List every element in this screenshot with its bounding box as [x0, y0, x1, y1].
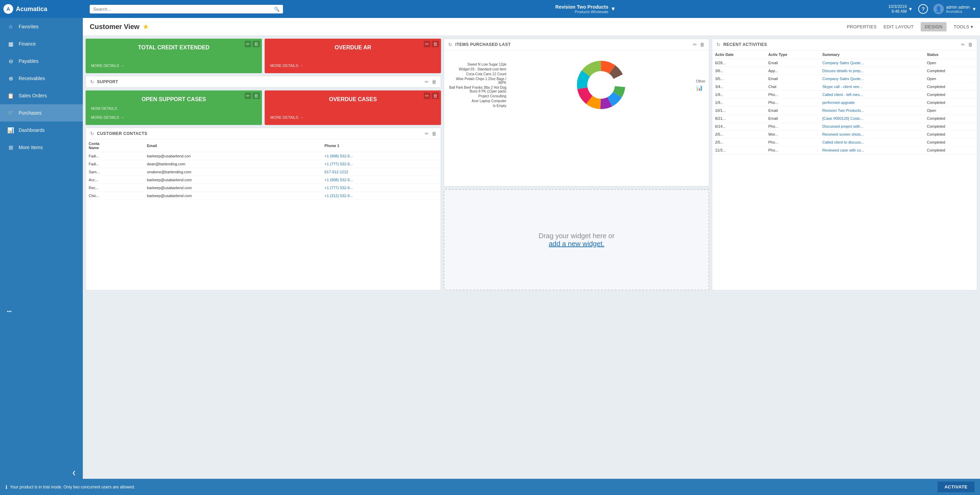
open-support-delete-btn[interactable]: 🗑	[253, 92, 260, 99]
activity-date: 3/5...	[712, 75, 765, 83]
overdue-cases-delete-btn[interactable]: 🗑	[432, 92, 439, 99]
overdue-ar-edit-btn[interactable]: ✏	[424, 41, 430, 47]
activity-summary[interactable]: [Case #000120] Custo...	[819, 115, 924, 123]
support-header-left: ↻ SUPPORT	[90, 79, 118, 84]
chart-edit-btn[interactable]: ✏	[693, 42, 697, 47]
activity-summary-link[interactable]: Company Sales Quote...	[822, 76, 864, 81]
overdue-ar-card[interactable]: ✏ 🗑 OVERDUE AR MORE DETAILS →	[265, 39, 441, 73]
overdue-ar-title: OVERDUE AR	[270, 44, 436, 51]
company-selector[interactable]: Revision Two Products Products Wholesale…	[286, 4, 885, 14]
activity-summary[interactable]: Company Sales Quote...	[819, 59, 924, 67]
activity-summary-link[interactable]: [Case #000120] Custo...	[822, 116, 863, 121]
user-dropdown-icon[interactable]: ▼	[972, 6, 977, 12]
activity-summary-link[interactable]: Revision Two Products...	[822, 108, 864, 113]
contact-phone-link[interactable]: +1 (777) 532-9...	[325, 162, 353, 166]
contact-phone-link[interactable]: 617-512-1212	[325, 170, 348, 174]
overdue-cases-card[interactable]: ✏ 🗑 OVERDUE CASES MORE DETAILS →	[265, 91, 441, 125]
contacts-refresh-icon[interactable]: ↻	[90, 131, 94, 136]
activity-summary-link[interactable]: Discussed project with...	[822, 124, 863, 128]
search-input[interactable]	[93, 6, 272, 12]
activity-summary[interactable]: Revision Two Products...	[819, 107, 924, 115]
refresh-icon[interactable]: ↻	[90, 79, 94, 84]
support-edit-btn[interactable]: ✏	[425, 79, 429, 84]
activity-summary[interactable]: Reviewed case with cu...	[819, 146, 924, 154]
contact-phone: 617-512-1212	[322, 168, 441, 176]
activity-summary[interactable]: Called client to discuss...	[819, 138, 924, 146]
help-button[interactable]: ?	[918, 4, 928, 14]
sidebar-item-finance[interactable]: ▦ Finance	[0, 35, 83, 53]
col-summary: Summary	[819, 50, 924, 59]
sidebar-item-favorites[interactable]: ☆ Favorites	[0, 18, 83, 35]
contact-email: barkeep@usabartend.com	[144, 192, 322, 200]
chart-delete-btn[interactable]: 🗑	[700, 42, 705, 47]
activity-summary-link[interactable]: Called client to discuss...	[822, 140, 864, 144]
activate-button[interactable]: ACTIVATE	[937, 482, 974, 492]
dashboards-icon: 📊	[7, 126, 14, 134]
favorite-star[interactable]: ★	[143, 23, 148, 31]
open-support-edit-btn[interactable]: ✏	[245, 92, 251, 99]
overdue-ar-delete-btn[interactable]: 🗑	[432, 41, 439, 47]
contact-phone-link[interactable]: +1 (777) 532-9...	[325, 186, 353, 190]
sidebar-item-receivables[interactable]: ⊕ Receivables	[0, 70, 83, 87]
activities-refresh-icon[interactable]: ↻	[716, 42, 721, 47]
receivables-icon: ⊕	[7, 75, 14, 82]
contacts-edit-btn[interactable]: ✏	[425, 131, 429, 136]
search-icon[interactable]: 🔍	[274, 6, 280, 12]
activity-summary[interactable]: Skype call - client nee...	[819, 83, 924, 91]
activity-summary-link[interactable]: performed upgrade	[822, 100, 855, 105]
activity-summary-link[interactable]: Reviewed case with cu...	[822, 148, 864, 152]
activity-summary[interactable]: Company Sales Quote...	[819, 75, 924, 83]
contacts-table: ContaName Email Phone 1 Fadi...barkeep@u…	[86, 140, 441, 200]
chart-header: ↻ ITEMS PURCHASED LAST ✏ 🗑	[444, 39, 709, 50]
activities-delete-btn[interactable]: 🗑	[968, 42, 973, 47]
total-credit-delete-btn[interactable]: 🗑	[253, 41, 260, 47]
properties-button[interactable]: PROPERTIES	[847, 24, 877, 29]
activity-summary[interactable]: Discuss details to prep...	[819, 67, 924, 75]
overdue-cases-more[interactable]: MORE DETAILS →	[270, 115, 436, 119]
datetime-dropdown-icon[interactable]: ▼	[908, 6, 913, 12]
activities-edit-btn[interactable]: ✏	[961, 42, 965, 47]
edit-layout-button[interactable]: EDIT LAYOUT	[883, 24, 913, 29]
overdue-ar-more[interactable]: MORE DETAILS →	[270, 64, 436, 68]
activity-summary[interactable]: performed upgrade	[819, 99, 924, 107]
sidebar-item-sales-orders[interactable]: 📋 Sales Orders	[0, 87, 83, 104]
add-widget-link[interactable]: add a new widget.	[549, 240, 604, 248]
open-support-more[interactable]: MORE DETAILS →	[91, 115, 256, 119]
overdue-cases-edit-btn[interactable]: ✏	[424, 92, 430, 99]
sidebar-item-more-items[interactable]: ⊞ More Items	[0, 139, 83, 156]
contact-phone-link[interactable]: +1 (312) 532-9...	[325, 194, 353, 198]
activity-summary[interactable]: Discussed project with...	[819, 123, 924, 131]
total-credit-more[interactable]: MORE DETAILS →	[91, 64, 256, 68]
activity-status: Completed	[924, 123, 977, 131]
activity-summary-link[interactable]: Skype call - client nee...	[822, 84, 862, 89]
sidebar-more-button[interactable]: •••	[0, 304, 83, 319]
user-info[interactable]: 👤 admin admin Acumatica ▼	[934, 4, 977, 14]
open-support-cases-card[interactable]: ✏ 🗑 OPEN SUPPORT CASES MoM DETAILS MORE …	[86, 91, 262, 125]
activity-summary-link[interactable]: Received screen shots...	[822, 132, 864, 136]
datetime-selector[interactable]: 10/3/2019 9:46 AM ▼	[888, 4, 913, 14]
overdue-cases-title: OVERDUE CASES	[270, 96, 436, 102]
activity-summary-link[interactable]: Discuss details to prep...	[822, 69, 864, 73]
sidebar-item-purchases[interactable]: 🛒 Purchases	[0, 104, 83, 121]
search-bar[interactable]: 🔍	[90, 5, 283, 13]
sidebar-collapse-button[interactable]: ❮	[0, 467, 83, 479]
contact-phone-link[interactable]: +1 (908) 532-9...	[325, 154, 353, 158]
activity-summary[interactable]: Called client - left mes...	[819, 91, 924, 99]
design-button[interactable]: DESIGN	[921, 22, 947, 32]
activity-summary[interactable]: Received screen shots...	[819, 131, 924, 138]
support-delete-btn[interactable]: 🗑	[432, 79, 436, 84]
total-credit-card[interactable]: ✏ 🗑 TOTAL CREDIT EXTENDED MORE DETAILS →	[86, 39, 262, 73]
company-dropdown-icon[interactable]: ▼	[611, 6, 616, 12]
activity-summary-link[interactable]: Called client - left mes...	[822, 92, 863, 97]
total-credit-edit-btn[interactable]: ✏	[245, 41, 251, 47]
chart-refresh-icon[interactable]: ↻	[448, 42, 452, 47]
sidebar-item-payables[interactable]: ⊖ Payables	[0, 53, 83, 70]
activity-summary-link[interactable]: Company Sales Quote...	[822, 61, 864, 65]
tools-button[interactable]: TOOLS ▾	[953, 24, 973, 29]
sidebar: ☆ Favorites ▦ Finance ⊖ Payables ⊕ Recei…	[0, 18, 83, 479]
contacts-delete-btn[interactable]: 🗑	[432, 131, 436, 136]
col-status: Status	[924, 50, 977, 59]
sidebar-item-dashboards[interactable]: 📊 Dashboards	[0, 121, 83, 139]
drag-placeholder[interactable]: Drag your widget here or add a new widge…	[444, 189, 709, 290]
contact-phone-link[interactable]: +1 (908) 532-9...	[325, 178, 353, 182]
